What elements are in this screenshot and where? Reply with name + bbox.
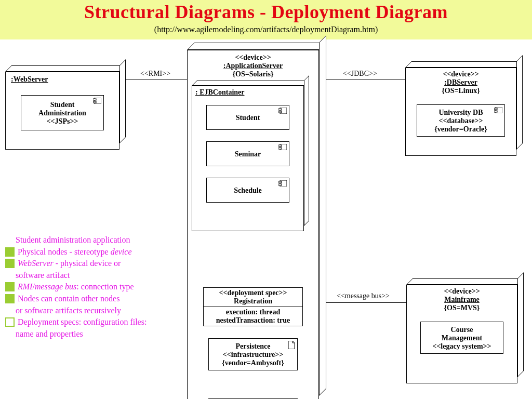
appserver-tag: {OS=Solaris} (192, 70, 314, 78)
univdb-name: University DB (438, 109, 483, 117)
component-icon (278, 180, 287, 187)
svg-rect-8 (278, 148, 282, 149)
cmlegacy-stereo: <<legacy system>> (432, 342, 491, 351)
persist-tag: {vendor=Ambysoft} (222, 359, 284, 367)
node-ejbcontainer: : EJBContainer Student Seminar Schedule (192, 86, 314, 231)
appserver-stereo: <<device>> (192, 54, 314, 62)
component-icon (494, 107, 502, 113)
connector-msgbus-label: <<message bus>> (337, 292, 390, 300)
univdb-stereo: <<database>> (439, 117, 483, 125)
studentadmin-l2: Administration (38, 109, 86, 117)
bullet-icon (5, 259, 15, 268)
component-university-db: University DB <<database>> {vendor=Oracl… (417, 104, 505, 137)
notes-list: Student administration application Physi… (5, 234, 177, 340)
component-persistence: Persistence <<infrastructure>> {vendor=A… (208, 338, 298, 370)
component-icon (278, 144, 287, 150)
notes-intro: Student administration application (16, 234, 130, 246)
dbserver-tag: {OS=Linux} (409, 87, 513, 95)
mainframe-stereo: <<device>> (410, 287, 514, 296)
regspec-name: Registration (204, 297, 302, 305)
svg-rect-1 (93, 99, 96, 100)
bullet-icon (5, 294, 15, 303)
appserver-name: :ApplicationServer (192, 62, 314, 70)
svg-rect-5 (278, 111, 282, 113)
cmlegacy-l2: Management (442, 334, 483, 342)
svg-rect-14 (494, 111, 497, 112)
component-student-admin: Student Administration <<JSPs>> (21, 95, 104, 130)
slide-subtitle: (http://www.agilemodeling.com/artifacts/… (0, 25, 532, 34)
component-icon (278, 108, 287, 114)
document-icon (288, 341, 295, 349)
svg-rect-10 (278, 181, 282, 183)
regspec-stereo: <<deployment spec>> (204, 289, 302, 297)
cmlegacy-l1: Course (451, 326, 473, 334)
svg-rect-11 (278, 184, 282, 185)
bullet-icon (5, 317, 15, 327)
studentadmin-l1: Student (50, 101, 75, 109)
regspec-p1: execution: thread (207, 308, 299, 316)
dbserver-stereo: <<device>> (409, 70, 513, 78)
webserver-name: :WebServer (11, 75, 114, 84)
schedule-name: Schedule (234, 187, 262, 195)
mainframe-name: Mainframe (410, 296, 514, 304)
connector-rmi (126, 79, 187, 79)
bullet-icon (5, 247, 15, 257)
connector-rmi-label: <<RMI>> (140, 70, 170, 78)
component-schedule: Schedule (206, 178, 289, 203)
svg-rect-7 (278, 145, 282, 147)
deployment-spec-registration: <<deployment spec>> Registration executi… (203, 287, 303, 326)
slide-title: Structural Diagrams - Deployment Diagram (0, 1, 532, 23)
component-seminar: Seminar (206, 141, 289, 166)
connector-jdbc (326, 79, 405, 79)
persist-name: Persistence (236, 342, 271, 351)
student-name: Student (236, 114, 260, 122)
component-icon (93, 98, 101, 104)
component-cm-legacy: Course Management <<legacy system>> (420, 322, 503, 354)
seminar-name: Seminar (235, 150, 261, 158)
mainframe-tag: {OS=MVS} (410, 304, 514, 312)
regspec-p2: nestedTransaction: true (207, 316, 299, 325)
persist-stereo: <<infrastructure>> (223, 351, 283, 359)
svg-rect-4 (278, 109, 282, 110)
connector-jdbc-label: <<JDBC>> (343, 70, 377, 78)
component-student: Student (206, 105, 289, 130)
connector-msgbus (326, 302, 406, 303)
bullet-icon (5, 282, 15, 291)
svg-rect-13 (494, 108, 497, 110)
ejbcontainer-name: : EJBContainer (195, 88, 300, 97)
dbserver-name: :DBServer (409, 78, 513, 87)
univdb-tag: {vendor=Oracle} (434, 125, 487, 134)
studentadmin-stereo: <<JSPs>> (47, 117, 78, 126)
svg-rect-2 (93, 101, 96, 103)
